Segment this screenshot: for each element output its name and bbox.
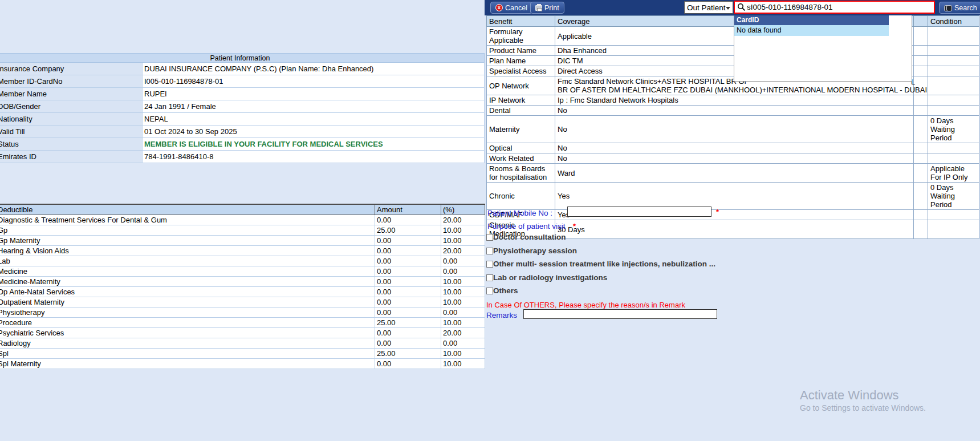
patient-info-title: Patient Information <box>0 54 485 63</box>
condition-cell <box>928 76 979 95</box>
deductible-row: Lab0.000.00 <box>0 256 485 266</box>
deductible-percent-cell: 10.00 <box>441 358 485 369</box>
cardid-dropdown-panel: CardID No data found <box>734 15 912 82</box>
deductible-name-cell: Op Ante-Natal Services <box>0 286 375 297</box>
patient-type-selected-value: Out Patient <box>687 3 726 12</box>
deductible-amount-cell: 25.00 <box>375 225 441 235</box>
patient-info-row: Member NameRUPEI <box>0 88 485 100</box>
deductible-amount-cell: 0.00 <box>375 307 441 317</box>
patient-info-label: Insurance Company <box>0 63 143 75</box>
spacer-cell <box>914 56 928 66</box>
condition-cell: 0 Days Waiting Period <box>928 183 979 210</box>
deductible-amount-cell: 0.00 <box>375 256 441 266</box>
remarks-input[interactable] <box>523 309 717 319</box>
purpose-checkbox-other-multi-session-treatment-like-injections-nebulization[interactable] <box>486 261 493 268</box>
deductible-percent-cell: 0.00 <box>441 307 485 317</box>
patient-type-select[interactable]: Out Patient <box>684 1 733 14</box>
spacer-cell <box>914 210 928 220</box>
spacer-cell <box>914 27 928 46</box>
benefit-name-cell: Optical <box>487 143 555 153</box>
deductible-name-cell: Physiotherapy <box>0 307 375 317</box>
benefit-row: OpticalNo <box>487 143 979 153</box>
purpose-checkbox-lab-or-radiology-investigations[interactable] <box>486 274 493 281</box>
cardid-dropdown-header: CardID <box>734 15 889 25</box>
deductible-name-cell: Gp Maternity <box>0 235 375 245</box>
deductible-name-cell: Hearing & Vision Aids <box>0 245 375 256</box>
deductible-name-cell: Spl Maternity <box>0 358 375 369</box>
benefit-name-cell: Rooms & Boards for hospitalisation <box>487 164 555 183</box>
condition-cell <box>928 56 979 66</box>
deductible-table: Deductible Amount (%) Diagnostic & Treat… <box>0 204 485 369</box>
print-button-label: Print <box>544 4 559 12</box>
patient-info-value: NEPAL <box>143 113 485 126</box>
deductible-row: Hearing & Vision Aids0.0020.00 <box>0 245 485 256</box>
search-button-label: Search <box>954 4 977 12</box>
cardid-no-data-row: No data found <box>734 25 889 36</box>
deductible-row: Physiotherapy0.000.00 <box>0 307 485 317</box>
deductible-amount-cell: 0.00 <box>375 327 441 338</box>
deductible-row: Spl25.0010.00 <box>0 348 485 358</box>
card-search-input[interactable] <box>747 3 934 11</box>
benefit-row: MaternityNo0 Days Waiting Period <box>487 116 979 143</box>
activate-windows-hint: Go to Settings to activate Windows. <box>800 403 926 412</box>
deductible-percent-cell: 0.00 <box>441 266 485 276</box>
purpose-checkbox-physiotherapy-session[interactable] <box>486 248 493 254</box>
cancel-button-label: Cancel <box>505 4 527 12</box>
print-icon <box>535 5 542 11</box>
deductible-percent-cell: 10.00 <box>441 297 485 307</box>
spacer-cell <box>914 46 928 56</box>
patient-info-value: 24 Jan 1991 / Female <box>143 100 485 113</box>
patient-mobile-input[interactable] <box>567 207 711 217</box>
cancel-icon: x <box>495 4 503 11</box>
patient-info-label: Member ID-CardNo <box>0 75 143 88</box>
deductible-percent-cell: 10.00 <box>441 225 485 235</box>
binoculars-icon <box>944 5 952 10</box>
patient-info-value: RUPEI <box>143 88 485 100</box>
print-button[interactable]: Print <box>530 2 564 14</box>
amount-col-header: Amount <box>375 204 441 215</box>
top-action-bar: x Cancel Print Out Patient Search <box>485 0 980 15</box>
deductible-amount-cell: 0.00 <box>375 358 441 369</box>
benefit-name-cell: OP Network <box>487 76 555 95</box>
deductible-name-cell: Spl <box>0 348 375 358</box>
deductible-name-cell: Medicine <box>0 266 375 276</box>
patient-info-row: DOB/Gender24 Jan 1991 / Female <box>0 100 485 113</box>
purpose-checkbox-others[interactable] <box>486 288 493 294</box>
search-button[interactable]: Search <box>939 2 980 14</box>
deductible-amount-cell: 0.00 <box>375 338 441 348</box>
condition-cell <box>928 27 979 46</box>
deductible-row: Gp25.0010.00 <box>0 225 485 235</box>
deductible-amount-cell: 0.00 <box>375 245 441 256</box>
others-instruction-note: In Case Of OTHERS, Please specify the re… <box>486 301 685 309</box>
coverage-cell: 30 Days <box>555 220 914 239</box>
cancel-button[interactable]: x Cancel <box>490 2 532 14</box>
search-icon <box>737 3 746 11</box>
patient-info-row: NationalityNEPAL <box>0 113 485 126</box>
card-search-box <box>734 1 935 14</box>
spacer-cell <box>914 164 928 183</box>
purpose-of-visit-label: Purpose of patient visit <box>487 222 566 230</box>
deductible-row: Outpatient Maternity0.0010.00 <box>0 297 485 307</box>
condition-cell <box>928 153 979 164</box>
deductible-percent-cell: 10.00 <box>441 317 485 327</box>
purpose-checkbox-doctor-consultation[interactable] <box>486 234 493 241</box>
deductible-row: Op Ante-Natal Services0.0010.00 <box>0 286 485 297</box>
spacer-cell <box>914 143 928 153</box>
deductible-amount-cell: 0.00 <box>375 286 441 297</box>
condition-cell <box>928 66 979 76</box>
deductible-percent-cell: 20.00 <box>441 245 485 256</box>
spacer-cell <box>914 116 928 143</box>
deductible-percent-cell: 0.00 <box>441 338 485 348</box>
patient-mobile-label: Patient Mobile No : <box>487 209 552 217</box>
patient-info-label: Status <box>0 138 143 151</box>
deductible-name-cell: Procedure <box>0 317 375 327</box>
coverage-cell: No <box>555 116 914 143</box>
coverage-text-line: BR OF ASTER DM HEALTHCARE FZC DUBAI (MAN… <box>558 86 911 94</box>
mobile-required-marker: * <box>716 208 719 216</box>
benefit-row: ChronicYes0 Days Waiting Period <box>487 183 979 210</box>
deductible-amount-cell: 0.00 <box>375 266 441 276</box>
deductible-name-cell: Psychiatric Services <box>0 327 375 338</box>
deductible-row: Spl Maternity0.0010.00 <box>0 358 485 369</box>
deductible-name-cell: Radiology <box>0 338 375 348</box>
benefit-row: Work RelatedNo <box>487 153 979 164</box>
